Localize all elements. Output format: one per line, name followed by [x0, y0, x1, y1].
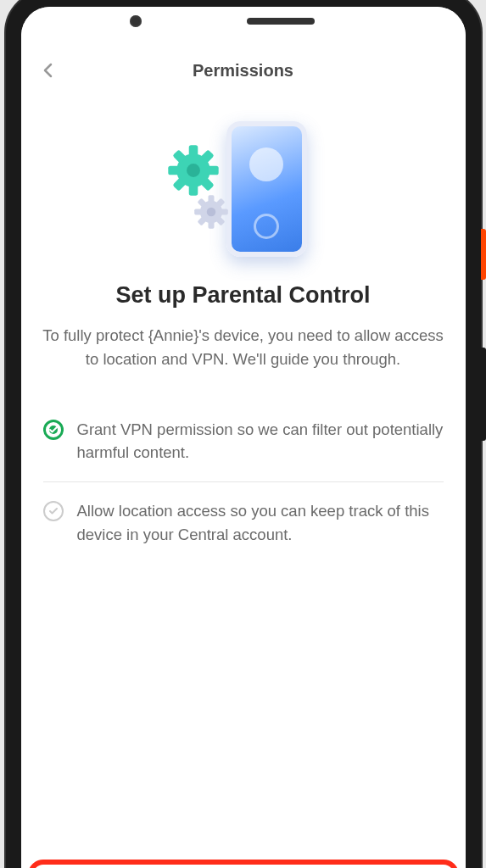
permission-text: Grant VPN permission so we can filter ou…	[77, 418, 444, 465]
svg-rect-11	[208, 195, 214, 203]
svg-point-19	[206, 208, 215, 217]
device-camera-icon	[130, 15, 142, 27]
svg-rect-12	[208, 221, 214, 229]
permission-item-location: Allow location access so you can keep tr…	[38, 482, 449, 564]
device-power-button	[481, 229, 486, 280]
content: Set up Parental Control To fully protect…	[21, 92, 466, 851]
svg-rect-14	[221, 209, 228, 214]
chevron-left-icon	[38, 60, 59, 81]
svg-rect-13	[194, 209, 202, 214]
svg-rect-1	[188, 145, 198, 156]
permission-item-vpn: Grant VPN permission so we can filter ou…	[38, 401, 449, 482]
device-speaker	[247, 18, 315, 25]
permission-list: Grant VPN permission so we can filter ou…	[38, 401, 449, 564]
screen: Permissions	[21, 7, 466, 868]
page-title: Permissions	[193, 61, 293, 81]
gear-icon	[165, 142, 221, 198]
svg-rect-3	[168, 166, 179, 175]
bottom-action-area: Next	[21, 851, 466, 868]
header: Permissions	[21, 49, 466, 92]
gear-small-icon	[193, 193, 230, 231]
hero-illustration	[159, 117, 328, 261]
phone-icon	[226, 121, 307, 257]
main-title: Set up Parental Control	[115, 282, 370, 309]
status-bar	[21, 7, 466, 49]
highlight-annotation: Next	[28, 860, 459, 868]
svg-point-9	[187, 164, 200, 177]
back-button[interactable]	[38, 60, 59, 81]
check-done-icon	[43, 420, 64, 440]
device-volume-button	[481, 348, 486, 441]
main-description: To fully protect {Annie}'s device, you n…	[38, 324, 449, 371]
check-pending-icon	[43, 501, 64, 521]
svg-rect-4	[207, 166, 218, 175]
device-frame: Permissions	[6, 0, 481, 868]
permission-text: Allow location access so you can keep tr…	[77, 499, 444, 547]
device-notch	[172, 15, 315, 27]
